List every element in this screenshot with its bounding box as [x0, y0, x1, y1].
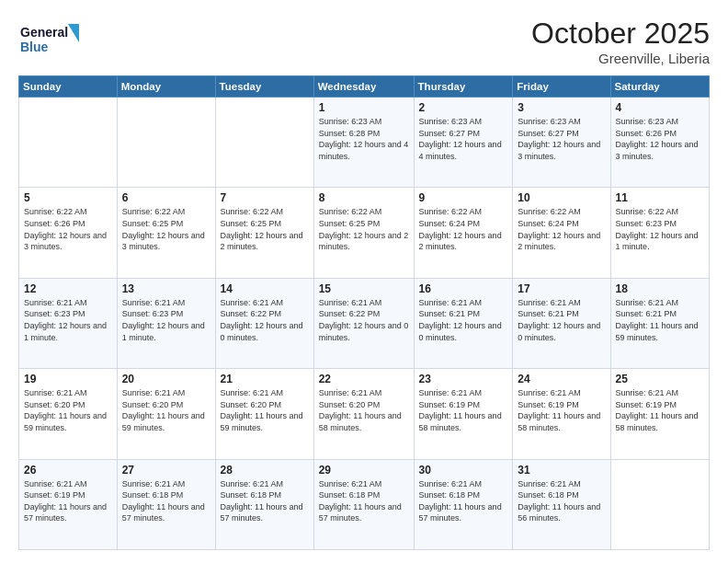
calendar-cell: 14Sunrise: 6:21 AMSunset: 6:22 PMDayligh…: [215, 278, 313, 368]
day-number: 26: [24, 464, 112, 477]
col-saturday: Saturday: [610, 76, 710, 98]
day-number: 15: [319, 282, 409, 295]
day-number: 17: [518, 282, 605, 295]
day-number: 19: [24, 373, 112, 385]
day-info: Sunrise: 6:21 AMSunset: 6:22 PMDaylight:…: [319, 297, 409, 343]
title-block: October 2025 Greenville, Liberia: [531, 17, 710, 66]
calendar-cell: 10Sunrise: 6:22 AMSunset: 6:24 PMDayligh…: [513, 188, 610, 278]
day-info: Sunrise: 6:21 AMSunset: 6:23 PMDaylight:…: [24, 297, 112, 343]
calendar-cell: [215, 98, 313, 188]
calendar-week-row: 12Sunrise: 6:21 AMSunset: 6:23 PMDayligh…: [19, 278, 710, 368]
calendar-cell: 5Sunrise: 6:22 AMSunset: 6:26 PMDaylight…: [19, 188, 118, 278]
calendar-cell: 30Sunrise: 6:21 AMSunset: 6:18 PMDayligh…: [414, 459, 513, 549]
calendar-cell: 20Sunrise: 6:21 AMSunset: 6:20 PMDayligh…: [117, 369, 215, 459]
day-info: Sunrise: 6:23 AMSunset: 6:28 PMDaylight:…: [319, 116, 409, 162]
col-thursday: Thursday: [414, 76, 513, 98]
col-monday: Monday: [117, 76, 215, 98]
day-number: 4: [616, 101, 705, 114]
day-info: Sunrise: 6:21 AMSunset: 6:18 PMDaylight:…: [319, 478, 409, 524]
col-sunday: Sunday: [19, 76, 118, 98]
calendar-cell: 29Sunrise: 6:21 AMSunset: 6:18 PMDayligh…: [313, 459, 414, 549]
calendar-cell: 21Sunrise: 6:21 AMSunset: 6:20 PMDayligh…: [215, 369, 313, 459]
calendar-cell: [117, 98, 215, 188]
day-number: 1: [319, 101, 409, 114]
calendar-cell: 22Sunrise: 6:21 AMSunset: 6:20 PMDayligh…: [313, 369, 414, 459]
day-info: Sunrise: 6:22 AMSunset: 6:26 PMDaylight:…: [24, 206, 112, 252]
calendar-cell: 9Sunrise: 6:22 AMSunset: 6:24 PMDaylight…: [414, 188, 513, 278]
calendar-week-row: 1Sunrise: 6:23 AMSunset: 6:28 PMDaylight…: [19, 98, 710, 188]
calendar-cell: [610, 459, 710, 549]
day-number: 9: [419, 191, 508, 204]
calendar-cell: 4Sunrise: 6:23 AMSunset: 6:26 PMDaylight…: [610, 98, 710, 188]
day-info: Sunrise: 6:22 AMSunset: 6:24 PMDaylight:…: [518, 206, 605, 252]
calendar-cell: 7Sunrise: 6:22 AMSunset: 6:25 PMDaylight…: [215, 188, 313, 278]
calendar-cell: [19, 98, 118, 188]
calendar-cell: 25Sunrise: 6:21 AMSunset: 6:19 PMDayligh…: [610, 369, 710, 459]
day-number: 29: [319, 464, 409, 477]
calendar-cell: 23Sunrise: 6:21 AMSunset: 6:19 PMDayligh…: [414, 369, 513, 459]
day-number: 7: [221, 191, 309, 204]
calendar-cell: 24Sunrise: 6:21 AMSunset: 6:19 PMDayligh…: [513, 369, 610, 459]
day-number: 20: [122, 373, 210, 385]
day-info: Sunrise: 6:21 AMSunset: 6:19 PMDaylight:…: [24, 478, 112, 524]
day-number: 21: [221, 373, 309, 385]
day-number: 10: [518, 191, 605, 204]
day-info: Sunrise: 6:22 AMSunset: 6:23 PMDaylight:…: [616, 206, 705, 252]
location: Greenville, Liberia: [531, 51, 710, 66]
day-number: 28: [221, 464, 309, 477]
header: General Blue October 2025 Greenville, Li…: [18, 17, 710, 66]
col-wednesday: Wednesday: [313, 76, 414, 98]
day-info: Sunrise: 6:21 AMSunset: 6:18 PMDaylight:…: [518, 478, 605, 524]
day-info: Sunrise: 6:21 AMSunset: 6:23 PMDaylight:…: [122, 297, 210, 343]
calendar-cell: 2Sunrise: 6:23 AMSunset: 6:27 PMDaylight…: [414, 98, 513, 188]
day-number: 6: [122, 191, 210, 204]
col-friday: Friday: [513, 76, 610, 98]
day-number: 31: [518, 464, 605, 477]
day-number: 18: [616, 282, 705, 295]
day-info: Sunrise: 6:21 AMSunset: 6:21 PMDaylight:…: [419, 297, 508, 343]
svg-text:Blue: Blue: [20, 40, 49, 54]
calendar: Sunday Monday Tuesday Wednesday Thursday…: [18, 75, 710, 550]
day-info: Sunrise: 6:21 AMSunset: 6:22 PMDaylight:…: [221, 297, 309, 343]
calendar-cell: 18Sunrise: 6:21 AMSunset: 6:21 PMDayligh…: [610, 278, 710, 368]
day-info: Sunrise: 6:21 AMSunset: 6:18 PMDaylight:…: [419, 478, 508, 524]
calendar-cell: 16Sunrise: 6:21 AMSunset: 6:21 PMDayligh…: [414, 278, 513, 368]
day-number: 22: [319, 373, 409, 385]
day-info: Sunrise: 6:22 AMSunset: 6:25 PMDaylight:…: [122, 206, 210, 252]
day-number: 14: [221, 282, 309, 295]
day-info: Sunrise: 6:23 AMSunset: 6:26 PMDaylight:…: [616, 116, 705, 162]
day-info: Sunrise: 6:21 AMSunset: 6:20 PMDaylight:…: [122, 387, 210, 433]
month-title: October 2025: [531, 17, 710, 51]
calendar-cell: 27Sunrise: 6:21 AMSunset: 6:18 PMDayligh…: [117, 459, 215, 549]
calendar-cell: 28Sunrise: 6:21 AMSunset: 6:18 PMDayligh…: [215, 459, 313, 549]
day-number: 11: [616, 191, 705, 204]
day-info: Sunrise: 6:21 AMSunset: 6:19 PMDaylight:…: [419, 387, 508, 433]
day-number: 5: [24, 191, 112, 204]
calendar-week-row: 26Sunrise: 6:21 AMSunset: 6:19 PMDayligh…: [19, 459, 710, 549]
day-info: Sunrise: 6:21 AMSunset: 6:20 PMDaylight:…: [24, 387, 112, 433]
day-number: 12: [24, 282, 112, 295]
calendar-cell: 31Sunrise: 6:21 AMSunset: 6:18 PMDayligh…: [513, 459, 610, 549]
calendar-week-row: 19Sunrise: 6:21 AMSunset: 6:20 PMDayligh…: [19, 369, 710, 459]
day-info: Sunrise: 6:21 AMSunset: 6:20 PMDaylight:…: [221, 387, 309, 433]
page: General Blue October 2025 Greenville, Li…: [0, 0, 728, 563]
calendar-cell: 15Sunrise: 6:21 AMSunset: 6:22 PMDayligh…: [313, 278, 414, 368]
day-number: 3: [518, 101, 605, 114]
svg-marker-2: [68, 24, 79, 42]
calendar-cell: 19Sunrise: 6:21 AMSunset: 6:20 PMDayligh…: [19, 369, 118, 459]
logo: General Blue: [18, 17, 85, 57]
day-number: 2: [419, 101, 508, 114]
calendar-cell: 1Sunrise: 6:23 AMSunset: 6:28 PMDaylight…: [313, 98, 414, 188]
day-info: Sunrise: 6:21 AMSunset: 6:20 PMDaylight:…: [319, 387, 409, 433]
day-info: Sunrise: 6:23 AMSunset: 6:27 PMDaylight:…: [419, 116, 508, 162]
day-info: Sunrise: 6:21 AMSunset: 6:18 PMDaylight:…: [122, 478, 210, 524]
calendar-cell: 8Sunrise: 6:22 AMSunset: 6:25 PMDaylight…: [313, 188, 414, 278]
day-info: Sunrise: 6:21 AMSunset: 6:18 PMDaylight:…: [221, 478, 309, 524]
calendar-cell: 26Sunrise: 6:21 AMSunset: 6:19 PMDayligh…: [19, 459, 118, 549]
calendar-cell: 6Sunrise: 6:22 AMSunset: 6:25 PMDaylight…: [117, 188, 215, 278]
calendar-cell: 13Sunrise: 6:21 AMSunset: 6:23 PMDayligh…: [117, 278, 215, 368]
day-number: 13: [122, 282, 210, 295]
logo-svg: General Blue: [18, 17, 85, 57]
day-number: 16: [419, 282, 508, 295]
svg-text:General: General: [20, 25, 68, 40]
